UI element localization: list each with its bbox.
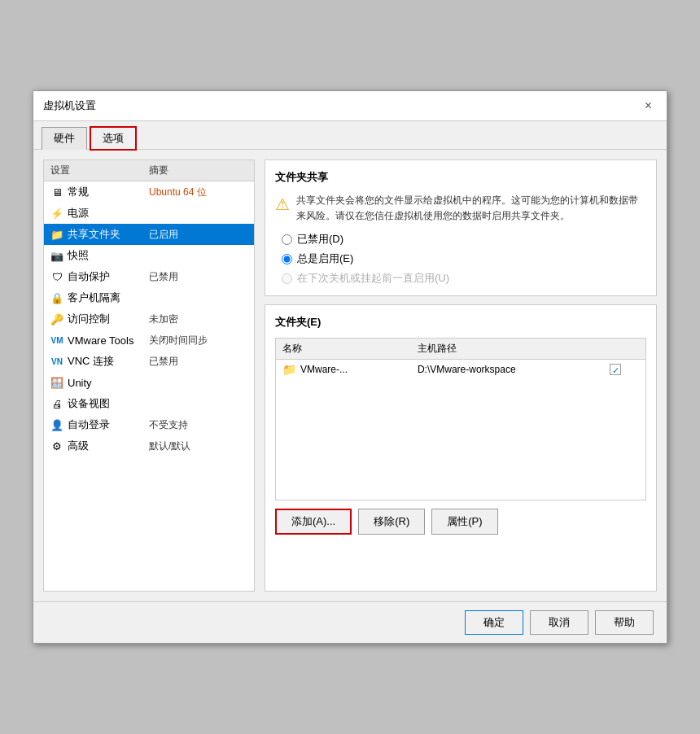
- sharing-section: 文件夹共享 ⚠ 共享文件夹会将您的文件显示给虚拟机中的程序。这可能为您的计算机和…: [265, 159, 657, 296]
- folder-icon: 📁: [282, 363, 296, 376]
- cancel-button[interactable]: 取消: [530, 610, 588, 635]
- settings-item-autologin[interactable]: 👤 自动登录 不受支持: [44, 414, 254, 435]
- vmtools-icon: VM: [50, 334, 63, 347]
- settings-item-isolation[interactable]: 🔒 客户机隔离: [44, 287, 254, 308]
- settings-item-vmtools[interactable]: VM VMware Tools 关闭时间同步: [44, 330, 254, 351]
- radio-disabled[interactable]: 已禁用(D): [282, 232, 646, 247]
- folder-enabled-checkbox[interactable]: [610, 364, 621, 375]
- col-check: [603, 339, 645, 360]
- title-bar: 虚拟机设置 ×: [33, 91, 667, 121]
- add-folder-button[interactable]: 添加(A)...: [275, 509, 352, 535]
- list-header: 设置 摘要: [44, 160, 254, 181]
- devices-icon: 🖨: [50, 397, 63, 410]
- folder-table-container: 名称 主机路径 📁 VMware-... D:\: [275, 338, 646, 500]
- power-icon: ⚡: [50, 207, 63, 220]
- settings-list: 设置 摘要 🖥 常规 Ubuntu 64 位 ⚡ 电源: [43, 159, 255, 592]
- warning-row: ⚠ 共享文件夹会将您的文件显示给虚拟机中的程序。这可能为您的计算机和数据带来风险…: [275, 193, 646, 224]
- isolation-icon: 🔒: [50, 291, 63, 304]
- tabs-bar: 硬件 选项: [33, 121, 667, 150]
- autologin-icon: 👤: [50, 418, 63, 431]
- properties-folder-button[interactable]: 属性(P): [431, 509, 497, 535]
- camera-icon: 📷: [50, 249, 63, 262]
- folders-section: 文件夹(E) 名称 主机路径: [265, 304, 657, 592]
- confirm-button[interactable]: 确定: [465, 610, 523, 635]
- radio-until-shutdown-input[interactable]: [282, 273, 292, 284]
- settings-item-access-control[interactable]: 🔑 访问控制 未加密: [44, 308, 254, 330]
- folder-table: 名称 主机路径 📁 VMware-... D:\: [276, 339, 645, 379]
- right-panel: 文件夹共享 ⚠ 共享文件夹会将您的文件显示给虚拟机中的程序。这可能为您的计算机和…: [265, 159, 657, 592]
- folder-enabled-cell: [603, 360, 645, 380]
- settings-item-general[interactable]: 🖥 常规 Ubuntu 64 位: [44, 181, 254, 203]
- monitor-icon: 🖥: [50, 186, 63, 199]
- sharing-section-title: 文件夹共享: [275, 170, 646, 185]
- tab-hardware[interactable]: 硬件: [42, 127, 87, 150]
- shared-folder-icon: 📁: [50, 228, 63, 241]
- folder-path-cell: D:\VMware-workspace: [411, 360, 603, 380]
- autoprotect-icon: 🛡: [50, 270, 63, 283]
- settings-item-devices[interactable]: 🖨 设备视图: [44, 393, 254, 414]
- settings-item-autoprotect[interactable]: 🛡 自动保护 已禁用: [44, 266, 254, 287]
- folder-name-cell: 📁 VMware-...: [276, 360, 411, 379]
- main-content: 设置 摘要 🖥 常规 Ubuntu 64 位 ⚡ 电源: [33, 150, 667, 601]
- vm-settings-dialog: 虚拟机设置 × 硬件 选项 设置 摘要 🖥 常规 Ubuntu 64 位: [33, 90, 667, 644]
- radio-until-shutdown[interactable]: 在下次关机或挂起前一直启用(U): [282, 271, 646, 286]
- warning-text: 共享文件夹会将您的文件显示给虚拟机中的程序。这可能为您的计算机和数据带来风险。请…: [296, 193, 646, 224]
- settings-item-vnc[interactable]: VN VNC 连接 已禁用: [44, 351, 254, 372]
- settings-item-unity[interactable]: 🪟 Unity: [44, 372, 254, 393]
- warning-icon: ⚠: [275, 194, 290, 224]
- settings-item-snapshot[interactable]: 📷 快照: [44, 245, 254, 266]
- folder-row[interactable]: 📁 VMware-... D:\VMware-workspace: [276, 360, 645, 380]
- radio-disabled-input[interactable]: [282, 234, 292, 245]
- col-name: 名称: [276, 339, 411, 360]
- vnc-icon: VN: [50, 355, 63, 368]
- dialog-title: 虚拟机设置: [43, 98, 96, 113]
- radio-always[interactable]: 总是启用(E): [282, 251, 646, 266]
- access-control-icon: 🔑: [50, 312, 63, 325]
- help-button[interactable]: 帮助: [595, 610, 654, 635]
- tab-options[interactable]: 选项: [90, 127, 136, 150]
- settings-item-advanced[interactable]: ⚙ 高级 默认/默认: [44, 435, 254, 457]
- advanced-icon: ⚙: [50, 439, 63, 452]
- col-path: 主机路径: [411, 339, 603, 360]
- sharing-options: 已禁用(D) 总是启用(E) 在下次关机或挂起前一直启用(U): [275, 232, 646, 286]
- settings-item-shared-folders[interactable]: 📁 共享文件夹 已启用: [44, 224, 254, 245]
- bottom-bar: 确定 取消 帮助: [33, 601, 667, 643]
- radio-always-input[interactable]: [282, 254, 292, 264]
- folder-buttons: 添加(A)... 移除(R) 属性(P): [275, 509, 646, 535]
- close-button[interactable]: ×: [640, 98, 657, 114]
- unity-icon: 🪟: [50, 376, 63, 389]
- remove-folder-button[interactable]: 移除(R): [358, 509, 425, 535]
- folders-section-title: 文件夹(E): [275, 315, 646, 330]
- settings-item-power[interactable]: ⚡ 电源: [44, 203, 254, 224]
